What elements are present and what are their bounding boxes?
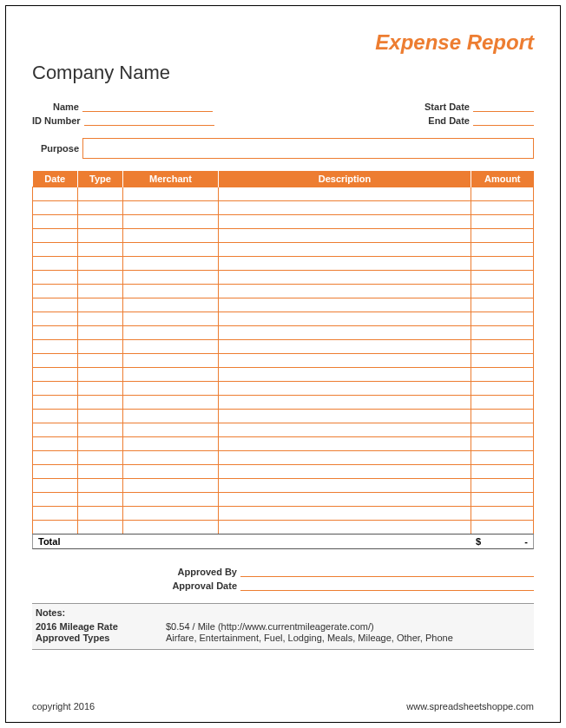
table-cell[interactable] [219, 257, 471, 271]
table-cell[interactable] [33, 396, 78, 410]
table-cell[interactable] [123, 396, 219, 410]
table-cell[interactable] [123, 187, 219, 201]
table-cell[interactable] [78, 465, 123, 479]
table-cell[interactable] [33, 298, 78, 312]
table-cell[interactable] [471, 285, 534, 298]
table-cell[interactable] [78, 382, 123, 396]
table-cell[interactable] [33, 354, 78, 368]
table-cell[interactable] [78, 368, 123, 382]
table-cell[interactable] [78, 507, 123, 521]
table-cell[interactable] [219, 437, 471, 451]
table-cell[interactable] [219, 201, 471, 215]
table-cell[interactable] [123, 326, 219, 340]
table-cell[interactable] [471, 201, 534, 215]
table-cell[interactable] [123, 493, 219, 507]
table-cell[interactable] [123, 451, 219, 465]
table-cell[interactable] [78, 451, 123, 465]
id-input-line[interactable] [84, 114, 214, 126]
table-cell[interactable] [78, 437, 123, 451]
table-cell[interactable] [471, 298, 534, 312]
table-cell[interactable] [123, 257, 219, 271]
start-date-input-line[interactable] [473, 100, 534, 112]
table-cell[interactable] [471, 229, 534, 243]
table-cell[interactable] [123, 507, 219, 521]
table-cell[interactable] [78, 423, 123, 437]
table-cell[interactable] [219, 396, 471, 410]
name-input-line[interactable] [82, 100, 213, 112]
table-cell[interactable] [123, 229, 219, 243]
table-cell[interactable] [78, 410, 123, 423]
table-cell[interactable] [33, 451, 78, 465]
table-cell[interactable] [33, 437, 78, 451]
table-cell[interactable] [78, 243, 123, 257]
table-cell[interactable] [219, 298, 471, 312]
table-cell[interactable] [78, 493, 123, 507]
table-cell[interactable] [123, 215, 219, 229]
table-cell[interactable] [219, 507, 471, 521]
table-cell[interactable] [219, 479, 471, 493]
table-cell[interactable] [123, 423, 219, 437]
table-cell[interactable] [123, 368, 219, 382]
table-cell[interactable] [219, 243, 471, 257]
table-cell[interactable] [471, 312, 534, 326]
table-cell[interactable] [123, 271, 219, 285]
end-date-input-line[interactable] [473, 114, 534, 126]
approved-by-input-line[interactable] [240, 565, 534, 577]
table-cell[interactable] [78, 271, 123, 285]
table-cell[interactable] [219, 451, 471, 465]
table-cell[interactable] [471, 187, 534, 201]
table-cell[interactable] [219, 423, 471, 437]
table-cell[interactable] [471, 396, 534, 410]
purpose-input-box[interactable] [82, 138, 534, 159]
table-cell[interactable] [123, 340, 219, 354]
table-cell[interactable] [78, 312, 123, 326]
table-cell[interactable] [78, 215, 123, 229]
table-cell[interactable] [33, 410, 78, 423]
table-cell[interactable] [33, 507, 78, 521]
table-cell[interactable] [471, 465, 534, 479]
table-cell[interactable] [33, 187, 78, 201]
table-cell[interactable] [33, 271, 78, 285]
table-cell[interactable] [219, 382, 471, 396]
table-cell[interactable] [219, 229, 471, 243]
table-cell[interactable] [471, 423, 534, 437]
table-cell[interactable] [78, 201, 123, 215]
table-cell[interactable] [78, 340, 123, 354]
table-cell[interactable] [471, 507, 534, 521]
table-cell[interactable] [123, 354, 219, 368]
table-cell[interactable] [78, 229, 123, 243]
table-cell[interactable] [219, 326, 471, 340]
table-cell[interactable] [33, 382, 78, 396]
table-cell[interactable] [471, 243, 534, 257]
table-cell[interactable] [123, 312, 219, 326]
table-cell[interactable] [219, 271, 471, 285]
table-cell[interactable] [123, 479, 219, 493]
table-cell[interactable] [33, 326, 78, 340]
table-cell[interactable] [123, 437, 219, 451]
table-cell[interactable] [219, 215, 471, 229]
table-cell[interactable] [471, 354, 534, 368]
table-cell[interactable] [33, 368, 78, 382]
table-cell[interactable] [471, 340, 534, 354]
table-cell[interactable] [123, 298, 219, 312]
table-cell[interactable] [78, 298, 123, 312]
table-cell[interactable] [33, 215, 78, 229]
table-cell[interactable] [219, 493, 471, 507]
table-cell[interactable] [123, 285, 219, 298]
table-cell[interactable] [219, 368, 471, 382]
table-cell[interactable] [78, 257, 123, 271]
table-cell[interactable] [471, 493, 534, 507]
table-cell[interactable] [123, 521, 219, 535]
table-cell[interactable] [33, 229, 78, 243]
table-cell[interactable] [33, 423, 78, 437]
table-cell[interactable] [78, 354, 123, 368]
table-cell[interactable] [33, 340, 78, 354]
table-cell[interactable] [78, 285, 123, 298]
table-cell[interactable] [123, 410, 219, 423]
table-cell[interactable] [471, 326, 534, 340]
table-cell[interactable] [471, 479, 534, 493]
table-cell[interactable] [471, 215, 534, 229]
table-cell[interactable] [471, 382, 534, 396]
table-cell[interactable] [123, 382, 219, 396]
table-cell[interactable] [471, 410, 534, 423]
